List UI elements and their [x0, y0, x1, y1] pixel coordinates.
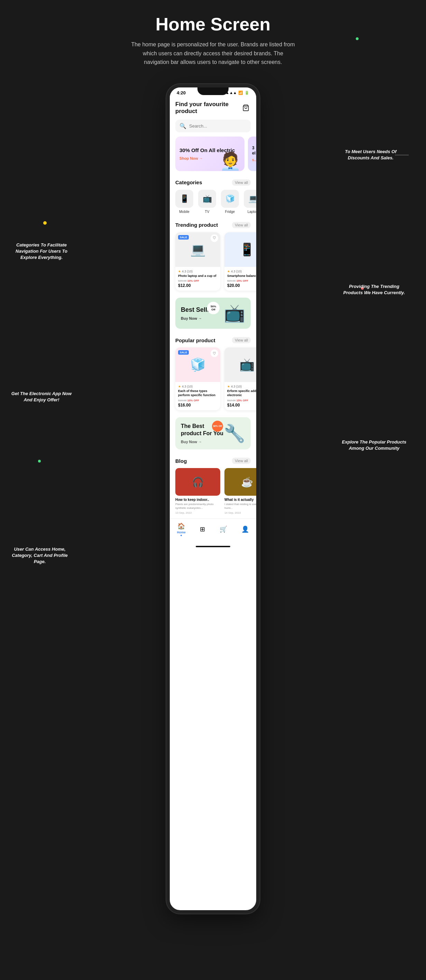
profile-nav-icon: 👤: [241, 525, 249, 533]
product-2-pricing: $20.00 15% OFF: [227, 279, 256, 282]
best-product-image: 🔧: [224, 423, 245, 444]
blog-post-1-image: 🎧: [175, 468, 220, 496]
star-icon-2: ★: [227, 270, 230, 273]
best-selling-buy-button[interactable]: Buy Now →: [181, 316, 217, 320]
product-2-image: ♡ 📱: [224, 232, 256, 267]
blog-post-1-desc: Plants are predominantly photo synthetic…: [175, 503, 220, 510]
popular-product-2-info: ★ 4.3 (10) Erform specific added into el…: [224, 382, 256, 410]
product-2-price: $20.00: [227, 283, 256, 288]
laptop-icon: 💻: [244, 190, 256, 208]
banner-shop-button[interactable]: Shop Now →: [179, 156, 235, 161]
banner-card-2[interactable]: 3el S...: [248, 137, 256, 171]
nav-active-indicator: [180, 535, 182, 536]
blog-post-2-title: What is it actually: [224, 498, 256, 501]
page-header: Home Screen The home page is personalize…: [0, 0, 426, 77]
category-nav-icon: ⊞: [200, 525, 205, 533]
trending-title: Trending product: [175, 222, 218, 228]
popular-view-all[interactable]: View all: [232, 337, 251, 343]
popular-2-rating: ★ 4.3 (10): [227, 385, 256, 388]
blog-post-2-desc: I stated that misting is useful to raise…: [224, 503, 256, 510]
star-icon: ★: [178, 270, 181, 273]
cart-icon-button[interactable]: [241, 102, 251, 113]
banner-2-shop[interactable]: S...: [252, 158, 256, 162]
blog-list: 🎧 How to keep indoor.. Plants are predom…: [170, 467, 256, 519]
home-nav-label: Home: [177, 531, 186, 534]
popular-product-1-image: SALE ♡ 🧊: [175, 347, 220, 382]
banner-scroll: 30% Off On All electric Shop Now → 🧑‍💼 3…: [170, 137, 256, 171]
fridge-icon: 🧊: [221, 190, 239, 208]
product-1-rating: ★ 4.3 (10): [178, 270, 217, 273]
categories-list: 📱 Mobile 📺 TV 🧊 Fridge 💻: [170, 188, 256, 218]
banner-discount-text: 30% Off On All electric: [179, 147, 235, 153]
blog-post-2-date: 14 Sep, 2022: [224, 511, 256, 514]
star-icon-p2: ★: [227, 385, 230, 388]
popular-2-price: $14.00: [227, 403, 256, 407]
nav-home[interactable]: 🏠 Home: [177, 522, 186, 536]
product-2-name: Smartphone balancing: [227, 274, 256, 278]
popular-2-pricing: $12.00 15% OFF: [227, 399, 256, 402]
tv-label: TV: [205, 210, 209, 214]
battery-icon: 🔋: [244, 91, 249, 95]
star-icon-p1: ★: [178, 385, 181, 388]
page-title: Home Screen: [7, 14, 419, 35]
search-input[interactable]: [189, 123, 247, 129]
product-1-price: $12.00: [178, 283, 217, 288]
categories-header: Categories View all: [170, 175, 256, 188]
top-nav: Find your favourite product: [170, 97, 256, 118]
wishlist-popular-1[interactable]: ♡: [211, 350, 218, 357]
status-icons: ▲▲▲ 📶 🔋: [225, 91, 249, 95]
popular-product-1[interactable]: SALE ♡ 🧊 ★ 4.3 (10) Each of these types …: [175, 347, 220, 410]
blog-post-2-image: ☕: [224, 468, 256, 496]
trending-section: Trending product View all SALE ♡ 💻: [170, 218, 256, 295]
category-fridge[interactable]: 🧊 Fridge: [221, 190, 239, 214]
blog-post-1[interactable]: 🎧 How to keep indoor.. Plants are predom…: [175, 468, 220, 514]
categories-title: Categories: [175, 180, 202, 185]
nav-category[interactable]: ⊞: [200, 525, 205, 533]
wifi-icon: 📶: [238, 91, 243, 95]
popular-section: Popular product View all SALE ♡ 🧊: [170, 333, 256, 414]
popular-product-2-image: 📺: [224, 347, 256, 382]
search-icon: 🔍: [179, 123, 187, 129]
best-product-banner[interactable]: The Best product For You Buy Now → 30% O…: [175, 417, 251, 450]
categories-section: Categories View all 📱 Mobile 📺 TV: [170, 175, 256, 218]
phone-frame: 4:20 ▲▲▲ 📶 🔋 Find your favourite product: [166, 84, 260, 914]
product-2-rating: ★ 4.3 (10): [227, 270, 256, 273]
popular-product-2[interactable]: 📺 ★ 4.3 (10) Erform specific added into …: [224, 347, 256, 410]
nav-profile[interactable]: 👤: [241, 525, 249, 533]
home-nav-icon: 🏠: [177, 522, 185, 530]
nav-cart[interactable]: 🛒: [220, 525, 227, 533]
product-1-pricing: $20.00 10% OFF: [178, 279, 217, 282]
search-bar[interactable]: 🔍: [175, 119, 251, 132]
popular-products-list: SALE ♡ 🧊 ★ 4.3 (10) Each of these types …: [170, 346, 256, 414]
status-time: 4:20: [177, 90, 186, 95]
blog-view-all[interactable]: View all: [232, 458, 251, 464]
category-laptop[interactable]: 💻 Laptop: [244, 190, 256, 214]
popular-1-name: Each of these types perform specific fun…: [178, 389, 217, 397]
category-tv[interactable]: 📺 TV: [198, 190, 216, 214]
blog-post-1-title: How to keep indoor..: [175, 498, 220, 501]
popular-1-pricing: $10.00 10% OFF: [178, 399, 217, 402]
trending-header: Trending product View all: [170, 218, 256, 231]
best-selling-banner[interactable]: Best Selling Buy Now → 50% Off 📺: [175, 298, 251, 329]
blog-section: Blog View all 🎧 How to keep indoor.. Pla…: [170, 453, 256, 519]
category-mobile[interactable]: 📱 Mobile: [175, 190, 193, 214]
banner-card-1[interactable]: 30% Off On All electric Shop Now → 🧑‍💼: [175, 137, 244, 171]
banner-2-text: 3el: [252, 146, 256, 156]
fridge-label: Fridge: [225, 210, 235, 214]
wishlist-1-button[interactable]: ♡: [211, 234, 218, 242]
blog-post-2[interactable]: ☕ What is it actually I stated that mist…: [224, 468, 256, 514]
trending-product-2[interactable]: ♡ 📱 ★ 4.3 (10) Smartphone balancing: [224, 232, 256, 291]
banner-section: 30% Off On All electric Shop Now → 🧑‍💼 3…: [170, 137, 256, 175]
trending-products-list: SALE ♡ 💻 ★ 4.3 (10) Photo laptop and a c…: [170, 231, 256, 295]
best-product-buy-button[interactable]: Buy Now →: [181, 440, 224, 444]
popular-header: Popular product View all: [170, 333, 256, 346]
nav-title: Find your favourite product: [175, 101, 241, 115]
trending-product-1[interactable]: SALE ♡ 💻 ★ 4.3 (10) Photo laptop and a c…: [175, 232, 220, 291]
sale-badge-popular: SALE: [178, 350, 189, 355]
phone-notch: [198, 88, 228, 95]
categories-view-all[interactable]: View all: [232, 180, 251, 186]
bottom-navigation: 🏠 Home ⊞ 🛒 👤: [170, 519, 256, 543]
laptop-label: Laptop: [247, 210, 256, 214]
trending-view-all[interactable]: View all: [232, 222, 251, 228]
tv-icon: 📺: [198, 190, 216, 208]
